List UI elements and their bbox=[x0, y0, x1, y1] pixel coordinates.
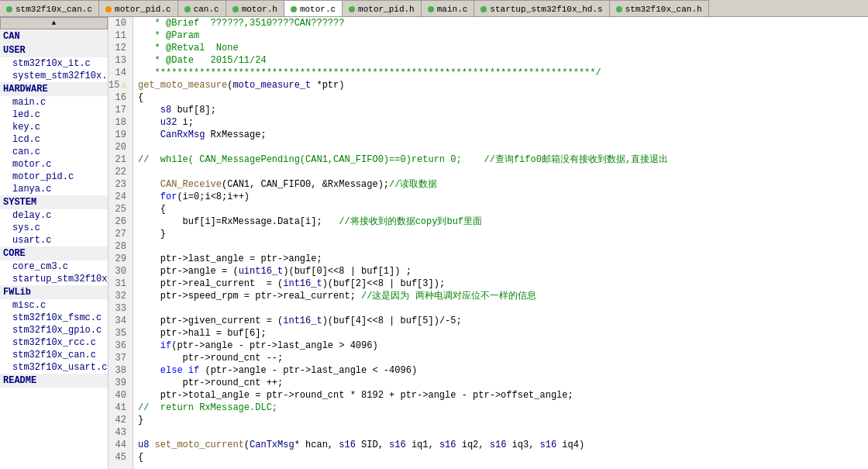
line-number-27: 27 bbox=[108, 228, 129, 240]
tab-dot-icon bbox=[105, 6, 112, 12]
line-number-22: 22 bbox=[108, 166, 129, 178]
line-number-18: 18 bbox=[108, 116, 129, 129]
line-number-33: 33 bbox=[108, 302, 129, 315]
code-line-39: ptr->round_cnt ++; bbox=[138, 377, 868, 389]
code-line-32: ptr->speed_rpm = ptr->real_current; //这是… bbox=[138, 290, 868, 302]
line-number-15: 15⚠ bbox=[108, 79, 129, 91]
sidebar-item-can-c[interactable]: can.c bbox=[0, 146, 108, 158]
sidebar-item-usart-c[interactable]: usart.c bbox=[0, 234, 108, 247]
sidebar-group-core: CORE bbox=[0, 247, 108, 260]
tab-motor-h[interactable]: motor.h bbox=[226, 0, 284, 17]
tab-label: stm32f10x_can.h bbox=[625, 5, 702, 14]
line-number-21: 21 bbox=[108, 153, 129, 166]
line-number-text: 28 bbox=[115, 240, 126, 253]
tab-stm32f10x_can-c[interactable]: stm32f10x_can.c bbox=[0, 0, 99, 17]
line-number-text: 19 bbox=[115, 129, 126, 141]
tab-motor-c[interactable]: motor.c bbox=[284, 0, 343, 17]
line-number-35: 35 bbox=[108, 327, 129, 340]
sidebar-item-sys-c[interactable]: sys.c bbox=[0, 222, 108, 234]
tab-can-c[interactable]: can.c bbox=[178, 0, 226, 17]
sidebar-item-motor_pid-c[interactable]: motor_pid.c bbox=[0, 171, 108, 183]
line-number-23: 23 bbox=[108, 178, 129, 191]
line-number-42: 42 bbox=[108, 414, 129, 426]
line-number-text: 27 bbox=[115, 228, 126, 240]
code-scroll[interactable]: 101112131415⚠161718192021222324252627282… bbox=[108, 17, 868, 469]
code-line-37: ptr->round_cnt --; bbox=[138, 352, 868, 364]
sidebar-item-stm32f10x_rcc-c[interactable]: stm32f10x_rcc.c bbox=[0, 336, 108, 349]
sidebar-group-hardware: HARDWARE bbox=[0, 82, 108, 96]
code-line-36: if(ptr->angle - ptr->last_angle > 4096) bbox=[138, 340, 868, 352]
sidebar-item-led-c[interactable]: led.c bbox=[0, 109, 108, 121]
code-line-31: ptr->real_current = (int16_t)(buf[2]<<8 … bbox=[138, 278, 868, 290]
line-number-39: 39 bbox=[108, 377, 129, 389]
sidebar-item-system_stm32f10x-c[interactable]: system_stm32f10x.c bbox=[0, 70, 108, 82]
code-line-16: { bbox=[138, 91, 868, 104]
line-number-41: 41 bbox=[108, 402, 129, 414]
sidebar-item-key-c[interactable]: key.c bbox=[0, 121, 108, 133]
line-number-20: 20 bbox=[108, 141, 129, 153]
line-number-25: 25 bbox=[108, 203, 129, 216]
sidebar-item-motor-c[interactable]: motor.c bbox=[0, 158, 108, 171]
code-line-34: ptr->given_current = (int16_t)(buf[4]<<8… bbox=[138, 315, 868, 327]
line-number-text: 40 bbox=[115, 389, 126, 402]
line-number-text: 17 bbox=[115, 104, 126, 116]
tab-main-c[interactable]: main.c bbox=[422, 0, 475, 17]
tab-label: stm32f10x_can.c bbox=[16, 5, 92, 14]
code-line-42: } bbox=[138, 414, 868, 426]
sidebar-group-system: SYSTEM bbox=[0, 195, 108, 209]
sidebar-item-lanya-c[interactable]: lanya.c bbox=[0, 183, 108, 195]
sidebar-item-stm32f10x_gpio-c[interactable]: stm32f10x_gpio.c bbox=[0, 324, 108, 336]
sidebar-item-misc-c[interactable]: misc.c bbox=[0, 299, 108, 312]
sidebar-item-startup_stm32f10x_l[interactable]: startup_stm32f10x_l bbox=[0, 273, 108, 285]
line-number-text: 35 bbox=[115, 327, 126, 340]
sidebar-item-delay-c[interactable]: delay.c bbox=[0, 209, 108, 222]
sidebar-item-lcd-c[interactable]: lcd.c bbox=[0, 133, 108, 146]
tab-stm32f10x_can-h[interactable]: stm32f10x_can.h bbox=[610, 0, 709, 17]
tab-label: motor.c bbox=[300, 5, 336, 14]
sidebar-group-can: CAN bbox=[0, 29, 108, 43]
code-line-23: CAN_Receive(CAN1, CAN_FIFO0, &RxMessage)… bbox=[138, 178, 868, 191]
line-number-19: 19 bbox=[108, 129, 129, 141]
line-number-36: 36 bbox=[108, 340, 129, 352]
line-number-text: 23 bbox=[115, 178, 126, 191]
tab-startup_stm32f10x_hd-s[interactable]: startup_stm32f10x_hd.s bbox=[474, 0, 609, 17]
line-number-17: 17 bbox=[108, 104, 129, 116]
code-line-10: * @Brief ??????,3510????CAN?????? bbox=[138, 17, 868, 29]
tab-dot-icon bbox=[480, 6, 487, 12]
code-line-40: ptr->total_angle = ptr->round_cnt * 8192… bbox=[138, 389, 868, 402]
sidebar-scroll-up[interactable]: ▲ bbox=[0, 17, 108, 29]
code-line-20 bbox=[138, 141, 868, 153]
line-number-text: 25 bbox=[115, 203, 126, 216]
code-line-27: } bbox=[138, 228, 868, 240]
sidebar-group-user: USER bbox=[0, 43, 108, 57]
line-number-text: 41 bbox=[115, 402, 126, 414]
line-number-10: 10 bbox=[108, 17, 129, 29]
line-number-text: 14 bbox=[115, 67, 126, 79]
line-number-text: 42 bbox=[115, 414, 126, 426]
code-line-22 bbox=[138, 166, 868, 178]
line-number-37: 37 bbox=[108, 352, 129, 364]
sidebar-item-stm32f10x_fsmc-c[interactable]: stm32f10x_fsmc.c bbox=[0, 312, 108, 324]
tab-bar: stm32f10x_can.cmotor_pid.ccan.cmotor.hmo… bbox=[0, 0, 868, 17]
line-number-11: 11 bbox=[108, 29, 129, 42]
sidebar-item-stm32f10x_it-c[interactable]: stm32f10x_it.c bbox=[0, 57, 108, 70]
line-number-text: 20 bbox=[115, 141, 126, 153]
tab-motor_pid-h[interactable]: motor_pid.h bbox=[343, 0, 422, 17]
tab-label: can.c bbox=[194, 5, 219, 14]
line-number-text: 26 bbox=[115, 216, 126, 228]
code-line-18: u32 i; bbox=[138, 116, 868, 129]
sidebar-item-core_cm3-c[interactable]: core_cm3.c bbox=[0, 260, 108, 273]
sidebar-item-main-c[interactable]: main.c bbox=[0, 96, 108, 109]
sidebar-item-stm32f10x_can-c[interactable]: stm32f10x_can.c bbox=[0, 349, 108, 361]
tab-dot-icon bbox=[184, 6, 191, 12]
line-number-32: 32 bbox=[108, 290, 129, 302]
code-line-35: ptr->hall = buf[6]; bbox=[138, 327, 868, 340]
tab-dot-icon bbox=[6, 6, 12, 12]
tab-label: motor_pid.c bbox=[115, 5, 171, 14]
line-number-text: 13 bbox=[115, 54, 126, 67]
line-number-text: 11 bbox=[115, 29, 126, 42]
tab-label: motor_pid.h bbox=[358, 5, 415, 14]
line-number-28: 28 bbox=[108, 240, 129, 253]
tab-motor_pid-c[interactable]: motor_pid.c bbox=[99, 0, 178, 17]
sidebar-item-stm32f10x_usart-c[interactable]: stm32f10x_usart.c bbox=[0, 361, 108, 374]
